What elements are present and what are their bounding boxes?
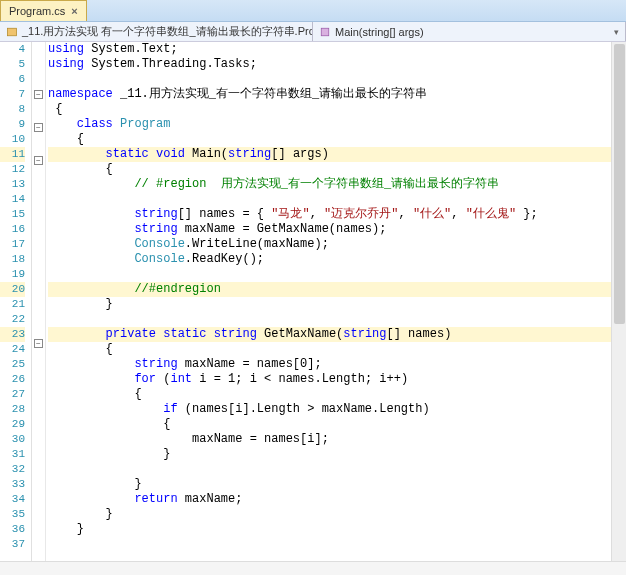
line-number: 21 (0, 297, 25, 312)
code-line[interactable]: for (int i = 1; i < names.Length; i++) (48, 372, 611, 387)
breadcrumb: _11.用方法实现 有一个字符串数组_请输出最长的字符串.Program ▾ M… (0, 22, 626, 42)
fold-cell (32, 474, 45, 489)
fold-toggle-icon[interactable]: − (34, 156, 43, 165)
line-number: 31 (0, 447, 25, 462)
code-line[interactable]: maxName = names[i]; (48, 432, 611, 447)
line-number: 8 (0, 102, 25, 117)
code-line[interactable]: using System.Text; (48, 42, 611, 57)
fold-toggle-icon[interactable]: − (34, 123, 43, 132)
line-number: 37 (0, 537, 25, 552)
fold-cell[interactable]: − (32, 339, 45, 354)
code-line[interactable]: //#endregion (48, 282, 611, 297)
line-number: 29 (0, 417, 25, 432)
line-number: 27 (0, 387, 25, 402)
fold-toggle-icon[interactable]: − (34, 90, 43, 99)
code-line[interactable]: { (48, 342, 611, 357)
fold-cell (32, 246, 45, 261)
code-line[interactable] (48, 192, 611, 207)
code-line[interactable] (48, 72, 611, 87)
code-line[interactable]: { (48, 162, 611, 177)
line-number: 14 (0, 192, 25, 207)
code-line[interactable]: Console.WriteLine(maxName); (48, 237, 611, 252)
scrollbar-thumb[interactable] (614, 44, 625, 324)
line-number: 32 (0, 462, 25, 477)
code-line[interactable]: private static string GetMaxName(string[… (48, 327, 611, 342)
line-number: 18 (0, 252, 25, 267)
fold-cell (32, 399, 45, 414)
code-line[interactable]: return maxName; (48, 492, 611, 507)
fold-cell (32, 276, 45, 291)
fold-cell (32, 459, 45, 474)
method-icon (319, 26, 331, 38)
code-editor: 4567891011121314151617181920212223242526… (0, 42, 626, 575)
code-line[interactable]: } (48, 507, 611, 522)
fold-cell[interactable]: − (32, 123, 45, 138)
line-number: 25 (0, 357, 25, 372)
code-line[interactable]: } (48, 297, 611, 312)
code-line[interactable] (48, 462, 611, 477)
fold-cell (32, 186, 45, 201)
vertical-scrollbar[interactable] (611, 42, 626, 575)
fold-cell (32, 384, 45, 399)
line-number: 20 (0, 282, 25, 297)
fold-cell (32, 369, 45, 384)
fold-cell (32, 321, 45, 336)
code-line[interactable]: class Program (48, 117, 611, 132)
tab-program-cs[interactable]: Program.cs × (0, 0, 87, 21)
code-line[interactable]: string[] names = { "马龙", "迈克尔乔丹", "什么", … (48, 207, 611, 222)
line-number: 9 (0, 117, 25, 132)
fold-cell (32, 489, 45, 504)
code-line[interactable]: } (48, 522, 611, 537)
fold-column: −−−− (32, 42, 46, 575)
breadcrumb-class-dropdown[interactable]: _11.用方法实现 有一个字符串数组_请输出最长的字符串.Program ▾ (0, 22, 313, 41)
tab-title: Program.cs (9, 5, 65, 17)
fold-cell[interactable]: − (32, 156, 45, 171)
status-bar (0, 561, 626, 575)
code-line[interactable]: } (48, 447, 611, 462)
fold-cell (32, 534, 45, 549)
breadcrumb-right-text: Main(string[] args) (335, 26, 424, 38)
line-number: 7 (0, 87, 25, 102)
code-area[interactable]: using System.Text;using System.Threading… (46, 42, 611, 575)
close-icon[interactable]: × (71, 5, 77, 17)
fold-cell[interactable]: − (32, 90, 45, 105)
code-line[interactable]: { (48, 417, 611, 432)
code-line[interactable]: Console.ReadKey(); (48, 252, 611, 267)
line-number: 16 (0, 222, 25, 237)
code-line[interactable]: using System.Threading.Tasks; (48, 57, 611, 72)
fold-cell (32, 354, 45, 369)
line-number: 26 (0, 372, 25, 387)
code-line[interactable]: static void Main(string[] args) (48, 147, 611, 162)
line-number: 33 (0, 477, 25, 492)
code-line[interactable]: } (48, 477, 611, 492)
code-line[interactable]: { (48, 132, 611, 147)
code-line[interactable] (48, 537, 611, 552)
line-number: 12 (0, 162, 25, 177)
code-line[interactable]: string maxName = GetMaxName(names); (48, 222, 611, 237)
code-line[interactable]: string maxName = names[0]; (48, 357, 611, 372)
code-line[interactable]: { (48, 102, 611, 117)
breadcrumb-left-text: _11.用方法实现 有一个字符串数组_请输出最长的字符串.Program (22, 24, 313, 39)
code-line[interactable]: // #region 用方法实现_有一个字符串数组_请输出最长的字符串 (48, 177, 611, 192)
code-line[interactable] (48, 312, 611, 327)
svg-rect-0 (8, 28, 17, 36)
line-number: 35 (0, 507, 25, 522)
code-line[interactable]: namespace _11.用方法实现_有一个字符串数组_请输出最长的字符串 (48, 87, 611, 102)
code-line[interactable] (48, 267, 611, 282)
fold-cell (32, 444, 45, 459)
line-number-gutter: 4567891011121314151617181920212223242526… (0, 42, 32, 575)
fold-cell (32, 291, 45, 306)
code-line[interactable]: { (48, 387, 611, 402)
breadcrumb-method-dropdown[interactable]: Main(string[] args) ▾ (313, 22, 626, 41)
line-number: 19 (0, 267, 25, 282)
fold-cell (32, 171, 45, 186)
line-number: 10 (0, 132, 25, 147)
chevron-down-icon: ▾ (614, 27, 619, 37)
fold-cell (32, 72, 45, 87)
line-number: 11 (0, 147, 25, 162)
fold-cell (32, 231, 45, 246)
fold-toggle-icon[interactable]: − (34, 339, 43, 348)
code-line[interactable]: if (names[i].Length > maxName.Length) (48, 402, 611, 417)
line-number: 28 (0, 402, 25, 417)
class-icon (6, 26, 18, 38)
